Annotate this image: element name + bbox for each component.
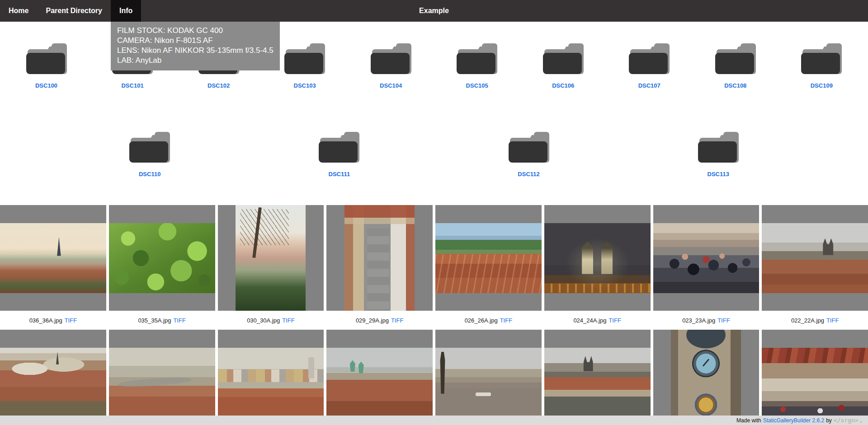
- photo-thumbnail[interactable]: [236, 205, 306, 311]
- builder-link[interactable]: StaticGalleryBuilder 2.6.2: [763, 417, 824, 424]
- photo-box[interactable]: [544, 330, 651, 425]
- folder-link[interactable]: DSC111: [329, 171, 350, 177]
- folder-link[interactable]: DSC106: [552, 82, 574, 89]
- photo-cell: [653, 330, 760, 425]
- photo-thumbnail[interactable]: [435, 348, 542, 418]
- folder-icon[interactable]: [509, 132, 549, 163]
- folder-icon[interactable]: [457, 43, 497, 74]
- photo-box[interactable]: [109, 205, 215, 311]
- photo-thumbnail[interactable]: [218, 348, 324, 418]
- folder-link[interactable]: DSC104: [380, 82, 402, 89]
- photo-filename: 029_29A.jpg: [356, 317, 389, 324]
- photo-grid: 036_36A.jpg TIFF 035_35A.jpg TIFF 030_30…: [0, 205, 868, 425]
- photo-caption: 036_36A.jpg TIFF: [0, 311, 106, 330]
- photo-thumbnail[interactable]: [762, 348, 868, 418]
- nav-item-parent-directory[interactable]: Parent Directory: [37, 0, 111, 22]
- srgn-brand-logo: </srgn>: [834, 417, 859, 424]
- photo-box[interactable]: [762, 205, 868, 311]
- folder-link[interactable]: DSC100: [35, 82, 57, 89]
- photo-tiff-link[interactable]: TIFF: [282, 317, 294, 324]
- photo-box[interactable]: [653, 330, 760, 425]
- folder-link[interactable]: DSC112: [518, 171, 539, 177]
- folder-item[interactable]: DSC112: [489, 132, 569, 181]
- folder-icon[interactable]: [715, 43, 756, 74]
- photo-thumbnail[interactable]: [653, 223, 760, 293]
- photo-tiff-link[interactable]: TIFF: [717, 317, 730, 324]
- info-tooltip: FILM STOCK: KODAK GC 400 CAMERA: Nikon F…: [111, 22, 280, 70]
- photo-caption: 022_22A.jpg TIFF: [762, 311, 868, 330]
- photo-thumbnail[interactable]: [0, 348, 106, 418]
- folder-item[interactable]: DSC104: [351, 43, 431, 92]
- folder-item[interactable]: DSC105: [437, 43, 517, 92]
- folder-link[interactable]: DSC113: [708, 171, 729, 177]
- photo-thumbnail[interactable]: [109, 223, 215, 293]
- photo-filename: 036_36A.jpg: [29, 317, 62, 324]
- photo-tiff-link[interactable]: TIFF: [609, 317, 621, 324]
- photo-thumbnail[interactable]: [671, 330, 741, 425]
- photo-box[interactable]: [326, 330, 433, 425]
- photo-thumbnail[interactable]: [544, 223, 651, 293]
- photo-thumbnail[interactable]: [435, 223, 542, 293]
- folder-link[interactable]: DSC103: [294, 82, 316, 89]
- folder-link[interactable]: DSC108: [724, 82, 746, 89]
- folder-item[interactable]: DSC110: [110, 132, 189, 181]
- photo-tiff-link[interactable]: TIFF: [391, 317, 403, 324]
- footer-by-text: by: [826, 417, 832, 424]
- tooltip-line-film-stock: FILM STOCK: KODAK GC 400: [117, 26, 274, 36]
- nav-item-info[interactable]: Info FILM STOCK: KODAK GC 400 CAMERA: Ni…: [111, 0, 141, 22]
- folder-icon[interactable]: [543, 43, 584, 74]
- photo-filename: 030_30A.jpg: [247, 317, 280, 324]
- photo-box[interactable]: [218, 330, 324, 425]
- nav-item-home[interactable]: Home: [0, 0, 37, 22]
- folder-item[interactable]: DSC100: [7, 43, 86, 92]
- photo-box[interactable]: [762, 330, 868, 425]
- photo-tiff-link[interactable]: TIFF: [826, 317, 839, 324]
- photo-box[interactable]: [0, 205, 106, 311]
- folder-item[interactable]: DSC113: [679, 132, 758, 181]
- photo-box[interactable]: [544, 205, 651, 311]
- photo-box[interactable]: [435, 205, 542, 311]
- photo-box[interactable]: [218, 205, 324, 311]
- photo-box[interactable]: [326, 205, 433, 311]
- photo-box[interactable]: [653, 205, 760, 311]
- folder-icon[interactable]: [26, 43, 67, 74]
- folder-icon[interactable]: [129, 132, 170, 163]
- photo-caption: 024_24A.jpg TIFF: [544, 311, 651, 330]
- folder-icon[interactable]: [319, 132, 359, 163]
- photo-caption: 026_26A.jpg TIFF: [435, 311, 542, 330]
- photo-box[interactable]: [109, 330, 215, 425]
- folder-link[interactable]: DSC107: [638, 82, 660, 89]
- folder-link[interactable]: DSC101: [121, 82, 143, 89]
- photo-cell: [326, 330, 433, 425]
- folder-item[interactable]: DSC107: [609, 43, 689, 92]
- folder-link[interactable]: DSC109: [811, 82, 833, 89]
- photo-thumbnail[interactable]: [344, 205, 415, 311]
- photo-caption: 023_23A.jpg TIFF: [653, 311, 760, 330]
- photo-box[interactable]: [0, 330, 106, 425]
- folder-link[interactable]: DSC110: [139, 171, 160, 177]
- photo-filename: 023_23A.jpg: [682, 317, 715, 324]
- photo-tiff-link[interactable]: TIFF: [65, 317, 77, 324]
- folder-icon[interactable]: [801, 43, 842, 74]
- folder-link[interactable]: DSC102: [208, 82, 230, 89]
- folder-icon[interactable]: [629, 43, 670, 74]
- folder-icon[interactable]: [284, 43, 325, 74]
- folder-item[interactable]: DSC111: [299, 132, 379, 181]
- photo-tiff-link[interactable]: TIFF: [173, 317, 185, 324]
- photo-box[interactable]: [435, 330, 542, 425]
- photo-thumbnail[interactable]: [326, 348, 433, 418]
- photo-tiff-link[interactable]: TIFF: [500, 317, 512, 324]
- folder-item[interactable]: DSC108: [696, 43, 775, 92]
- folder-item[interactable]: DSC106: [524, 43, 603, 92]
- photo-thumbnail[interactable]: [0, 223, 106, 293]
- folder-icon[interactable]: [698, 132, 739, 163]
- photo-thumbnail[interactable]: [544, 348, 651, 418]
- folder-icon[interactable]: [371, 43, 411, 74]
- folder-link[interactable]: DSC105: [466, 82, 488, 89]
- photo-cell: [218, 330, 324, 425]
- photo-caption: 029_29A.jpg TIFF: [326, 311, 433, 330]
- folder-item[interactable]: DSC109: [782, 43, 861, 92]
- photo-cell: 024_24A.jpg TIFF: [544, 205, 651, 330]
- photo-thumbnail[interactable]: [762, 223, 868, 293]
- photo-thumbnail[interactable]: [109, 348, 215, 418]
